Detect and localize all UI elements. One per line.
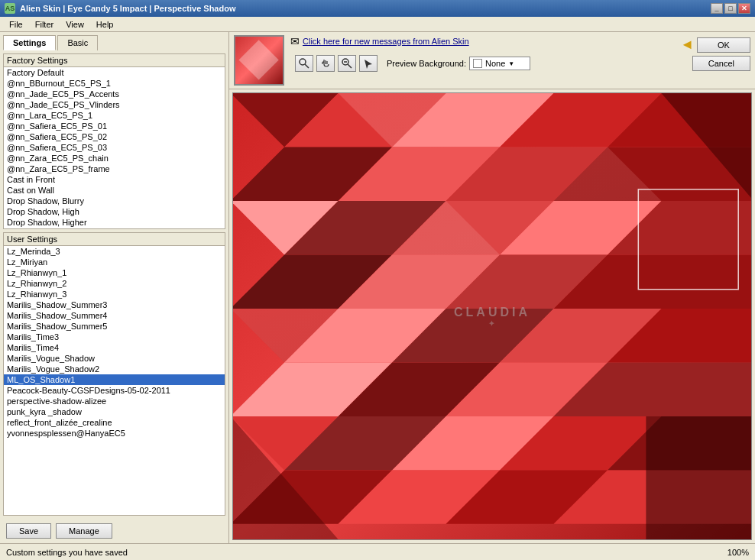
svg-line-1 — [305, 64, 309, 68]
menu-bar: File Filter View Help — [0, 17, 755, 32]
menu-help[interactable]: Help — [90, 18, 120, 31]
title-bar: AS Alien Skin | Eye Candy 5 Impact | Per… — [0, 0, 755, 17]
user-settings-header: User Settings — [4, 233, 225, 246]
minimize-button[interactable]: _ — [711, 3, 723, 14]
preview-bg-label: Preview Background: — [387, 59, 466, 68]
list-item[interactable]: @nn_Zara_EC5_PS_frame — [4, 163, 225, 174]
list-item[interactable]: @nn_Safiera_EC5_PS_01 — [4, 121, 225, 131]
ok-cancel-area: ◄ OK Cancel — [680, 35, 750, 71]
list-item[interactable]: Lz_Rhianwyn_3 — [4, 289, 225, 299]
list-item[interactable]: Lz_Rhianwyn_1 — [4, 267, 225, 278]
list-item[interactable]: Marilis_Shadow_Summer4 — [4, 310, 225, 321]
list-item[interactable]: @nn_Lara_EC5_PS_1 — [4, 110, 225, 121]
tools-row: Preview Background: None ▼ — [290, 52, 674, 75]
list-item[interactable]: Drop Shadow, High — [4, 206, 225, 217]
list-item[interactable]: @nn_Safiera_EC5_PS_03 — [4, 142, 225, 153]
right-panel: ✉ Click here for new messages from Alien… — [229, 32, 755, 543]
tab-basic[interactable]: Basic — [57, 35, 98, 50]
zoom-level: 100% — [727, 548, 749, 557]
svg-marker-48 — [646, 416, 751, 539]
list-item[interactable]: Lz_Miriyan — [4, 257, 225, 267]
menu-file[interactable]: File — [3, 18, 29, 31]
ok-button[interactable]: OK — [697, 37, 750, 53]
dropdown-arrow-icon: ▼ — [508, 60, 514, 67]
left-panel: Settings Basic Factory Settings Factory … — [0, 32, 229, 543]
menu-view[interactable]: View — [60, 18, 90, 31]
list-item[interactable]: punk_kyra _shadow — [4, 406, 225, 417]
list-item[interactable]: Cast on Wall — [4, 185, 225, 196]
menu-filter[interactable]: Filter — [29, 18, 60, 31]
bottom-buttons: Save Manage — [0, 519, 228, 543]
svg-point-0 — [300, 59, 306, 65]
list-item[interactable]: Marilis_Shadow_Summer3 — [4, 299, 225, 310]
list-item[interactable]: @nn_Safiera_EC5_PS_02 — [4, 131, 225, 142]
tab-settings[interactable]: Settings — [3, 35, 56, 50]
window-controls: _ □ ✕ — [711, 3, 750, 14]
alien-skin-link[interactable]: Click here for new messages from Alien S… — [303, 37, 469, 46]
tool-hand[interactable] — [316, 55, 335, 72]
list-item[interactable]: Drop Shadow, Low — [4, 228, 225, 228]
zoom-out-icon — [342, 58, 352, 69]
preview-canvas — [233, 93, 751, 539]
list-item[interactable]: yvonnespsplessen@HanyaEC5 — [4, 428, 225, 439]
list-item[interactable]: @nn_Jade_EC5_PS_Accents — [4, 89, 225, 99]
ok-arrow-icon: ◄ — [680, 37, 694, 53]
middle-toolbar: ✉ Click here for new messages from Alien… — [290, 35, 674, 75]
preview-area: CLAUDIA ✦ — [232, 92, 752, 540]
preview-bg-dropdown[interactable]: None ▼ — [469, 57, 530, 70]
svg-line-4 — [348, 64, 352, 68]
list-item[interactable]: reflect_front_alizée_crealine — [4, 417, 225, 428]
factory-settings-section: Factory Settings Factory Default @nn_BBu… — [3, 53, 225, 229]
tool-select[interactable] — [359, 55, 378, 72]
list-item[interactable]: @nn_Jade_EC5_PS_Vlinders — [4, 99, 225, 110]
list-item[interactable]: @nn_BBurnout_EC5_PS_1 — [4, 78, 225, 89]
factory-settings-header: Factory Settings — [4, 54, 225, 67]
save-button[interactable]: Save — [6, 523, 51, 539]
list-item[interactable]: perspective-shadow-alizee — [4, 396, 225, 406]
preview-thumbnail — [234, 35, 284, 86]
list-item[interactable]: Factory Default — [4, 67, 225, 78]
maximize-button[interactable]: □ — [724, 3, 737, 14]
user-settings-section: User Settings Lz_Merinda_3 Lz_Miriyan Lz… — [3, 232, 225, 516]
list-item[interactable]: Lz_Rhianwyn_2 — [4, 278, 225, 289]
top-toolbar-area: ✉ Click here for new messages from Alien… — [229, 32, 755, 89]
cancel-button[interactable]: Cancel — [692, 56, 750, 71]
zoom-icon — [299, 58, 309, 69]
list-item[interactable]: Drop Shadow, Higher — [4, 217, 225, 228]
tool-zoom[interactable] — [295, 55, 313, 72]
list-item[interactable]: Marilis_Shadow_Summer5 — [4, 321, 225, 332]
hand-icon — [320, 58, 331, 69]
window-title: Alien Skin | Eye Candy 5 Impact | Perspe… — [20, 4, 711, 13]
tool-zoom-out[interactable] — [338, 55, 356, 72]
manage-button[interactable]: Manage — [56, 523, 112, 539]
message-bar: ✉ Click here for new messages from Alien… — [290, 35, 674, 47]
status-message: Custom settings you have saved — [6, 548, 128, 557]
list-item[interactable]: Drop Shadow, Blurry — [4, 196, 225, 206]
list-item[interactable]: Marilis_Time3 — [4, 332, 225, 342]
app-icon: AS — [5, 3, 15, 14]
list-item[interactable]: Lz_Merinda_3 — [4, 246, 225, 257]
list-item[interactable]: @nn_Zara_EC5_PS_chain — [4, 153, 225, 163]
tabs-bar: Settings Basic — [0, 32, 228, 50]
list-item-selected[interactable]: ML_OS_Shadow1 — [4, 374, 225, 385]
list-item[interactable]: Cast in Front — [4, 174, 225, 185]
select-icon — [363, 58, 374, 69]
factory-settings-list[interactable]: Factory Default @nn_BBurnout_EC5_PS_1 @n… — [4, 67, 225, 228]
preview-bg-swatch — [473, 59, 482, 68]
list-item[interactable]: Marilis_Vogue_Shadow — [4, 353, 225, 364]
preview-bg-value: None — [485, 59, 505, 68]
list-item[interactable]: Marilis_Vogue_Shadow2 — [4, 364, 225, 374]
status-bar: Custom settings you have saved 100% — [0, 543, 755, 560]
close-button[interactable]: ✕ — [738, 3, 750, 14]
list-item[interactable]: Peacock-Beauty-CGSFDesigns-05-02-2011 — [4, 385, 225, 396]
main-area: Settings Basic Factory Settings Factory … — [0, 32, 755, 543]
list-item[interactable]: Marilis_Time4 — [4, 342, 225, 353]
user-settings-list[interactable]: Lz_Merinda_3 Lz_Miriyan Lz_Rhianwyn_1 Lz… — [4, 246, 225, 515]
email-icon: ✉ — [290, 35, 300, 47]
